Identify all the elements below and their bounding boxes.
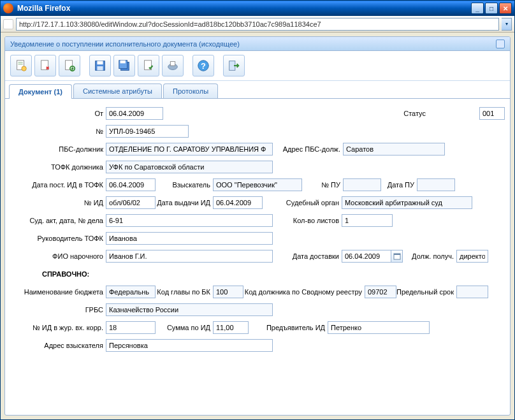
doc-button-3[interactable]	[59, 55, 80, 76]
input-sud-akt[interactable]	[106, 214, 273, 227]
label-fio: ФИО нарочного	[10, 252, 106, 260]
input-fio[interactable]	[106, 250, 273, 263]
label-no-id: № ИД	[10, 199, 106, 206]
label-dolz: Долж. получ.	[403, 252, 456, 260]
doc-button-2[interactable]	[34, 55, 56, 76]
label-sud-akt: Суд. акт, дата, № дела	[10, 217, 106, 224]
label-data-vyd: Дата выдачи ИД	[156, 199, 213, 206]
panel-title: Уведомление о поступлении исполнительног…	[10, 40, 496, 48]
svg-rect-15	[170, 62, 175, 66]
input-adr-pbs[interactable]	[343, 143, 445, 156]
exit-button[interactable]	[223, 55, 245, 76]
label-naim: Наименование бюджета	[10, 288, 106, 296]
close-button[interactable]: ✕	[499, 3, 512, 14]
label-kol-list: Кол-во листов	[273, 217, 342, 224]
input-ruk[interactable]	[106, 232, 273, 245]
address-bar: http://172.17.1.103:38080/editWindow.zul…	[1, 16, 514, 33]
label-no-id-zhur: № ИД в жур. вх. корр.	[10, 324, 106, 331]
svg-rect-20	[394, 254, 400, 255]
label-vzysk: Взыскатель	[156, 181, 213, 189]
svg-rect-8	[97, 61, 103, 65]
label-data-post: Дата пост. ИД в ТОФК	[10, 181, 106, 189]
save-button[interactable]	[89, 55, 111, 76]
label-data-pu: Дата ПУ	[381, 181, 417, 189]
input-grbs[interactable]	[106, 303, 273, 316]
page-icon	[3, 19, 13, 29]
input-summa[interactable]	[213, 321, 249, 334]
window-title: Mozilla Firefox	[17, 4, 471, 13]
input-dolz[interactable]	[456, 250, 488, 263]
input-no-id-zhur[interactable]	[106, 321, 156, 334]
input-naim[interactable]	[106, 286, 156, 298]
maximize-panel-icon[interactable]	[496, 40, 505, 48]
input-ot[interactable]	[106, 107, 163, 120]
input-pred-id[interactable]	[328, 321, 430, 334]
form-area: От Статус № ПБС-должник Адрес ПБС-долж.	[5, 99, 510, 415]
toolbar: ?	[5, 51, 510, 81]
input-sud[interactable]	[342, 196, 472, 209]
svg-rect-12	[120, 61, 126, 64]
input-pbs[interactable]	[106, 143, 273, 156]
input-adr-vz[interactable]	[106, 339, 273, 352]
svg-rect-1	[18, 62, 22, 63]
input-status[interactable]	[479, 107, 505, 120]
panel-header: Уведомление о поступлении исполнительног…	[5, 37, 510, 51]
tab-system-attrs[interactable]: Системные атрибуты	[73, 83, 162, 98]
input-pred-srok[interactable]	[456, 286, 488, 298]
input-kol-list[interactable]	[342, 214, 393, 227]
titlebar: Mozilla Firefox _ □ ✕	[1, 1, 514, 16]
input-no-pu[interactable]	[343, 178, 381, 191]
svg-rect-9	[97, 66, 103, 70]
label-no: №	[10, 127, 106, 135]
input-vzysk[interactable]	[213, 178, 302, 191]
tab-document[interactable]: Документ (1)	[9, 84, 72, 99]
svg-rect-2	[18, 64, 22, 64]
input-data-pu[interactable]	[417, 178, 455, 191]
label-status: Статус	[390, 110, 428, 117]
label-kod-gl: Код главы по БК	[156, 288, 213, 296]
tab-bar: Документ (1) Системные атрибуты Протокол…	[5, 81, 510, 99]
save-all-button[interactable]	[113, 55, 135, 76]
label-adr-vz: Адрес взыскателя	[10, 342, 106, 349]
label-pred-id: Предъявитель ИД	[249, 324, 328, 331]
label-ot: От	[10, 110, 106, 117]
maximize-button[interactable]: □	[485, 3, 498, 14]
label-kod-dolz: Код должника по Сводному реестру	[243, 288, 365, 296]
doc-check-button[interactable]	[138, 55, 159, 76]
label-sud: Судебный орган	[263, 199, 342, 206]
label-no-pu: № ПУ	[302, 181, 343, 189]
input-no-id[interactable]	[106, 196, 156, 209]
label-ruk: Руководитель ТОФК	[10, 235, 106, 242]
help-button[interactable]: ?	[192, 55, 214, 76]
input-kod-gl[interactable]	[213, 286, 243, 298]
input-data-dost[interactable]	[342, 250, 391, 263]
doc-button-1[interactable]	[10, 55, 32, 76]
url-dropdown[interactable]: ▾	[502, 18, 512, 31]
label-adr-pbs: Адрес ПБС-долж.	[273, 145, 343, 153]
label-pbs: ПБС-должник	[10, 145, 106, 153]
label-grbs: ГРБС	[10, 306, 106, 314]
label-summa: Сумма по ИД	[156, 324, 213, 331]
label-data-dost: Дата доставки	[273, 252, 342, 260]
url-field[interactable]: http://172.17.1.103:38080/editWindow.zul…	[16, 18, 499, 31]
input-data-post[interactable]	[106, 178, 156, 191]
label-pred-srok: Предельный срок	[396, 288, 456, 296]
firefox-icon	[3, 3, 13, 13]
print-button[interactable]	[162, 55, 184, 76]
calendar-icon[interactable]	[391, 250, 403, 263]
input-no[interactable]	[106, 125, 189, 138]
svg-text:?: ?	[201, 61, 206, 71]
label-tofk: ТОФК должника	[10, 163, 106, 171]
input-data-vyd[interactable]	[213, 196, 263, 209]
svg-point-3	[22, 66, 26, 71]
input-tofk[interactable]	[106, 161, 273, 173]
label-sprav: СПРАВОЧНО:	[10, 270, 106, 278]
tab-protocols[interactable]: Протоколы	[163, 83, 218, 98]
input-kod-dolz[interactable]	[365, 286, 396, 298]
minimize-button[interactable]: _	[471, 3, 484, 14]
